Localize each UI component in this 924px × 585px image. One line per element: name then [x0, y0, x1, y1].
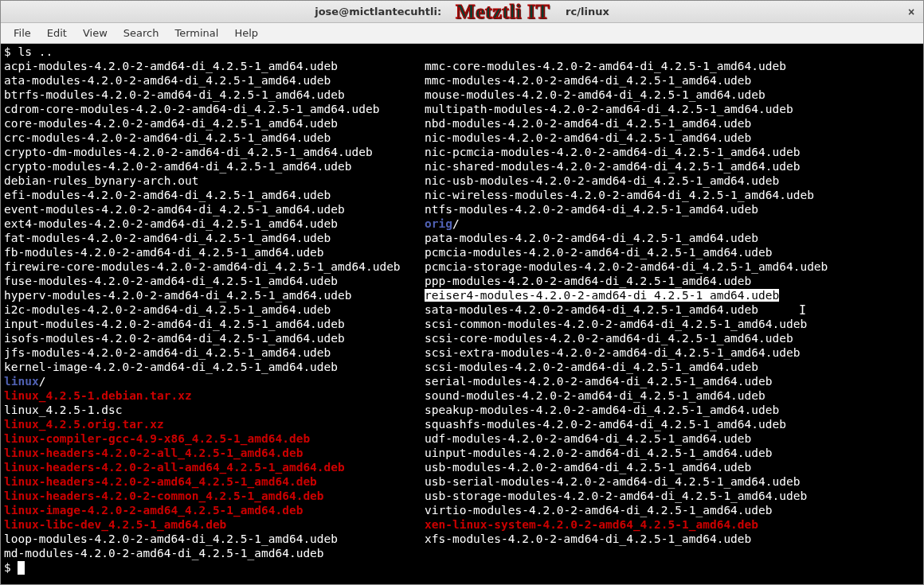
file-entry: uinput-modules-4.2.0-2-amd64-di_4.2.5-1_… [425, 446, 920, 460]
file-entry: linux/ [4, 374, 425, 388]
file-name: scsi-modules-4.2.0-2-amd64-di_4.2.5-1_am… [425, 361, 758, 373]
prompt-ps-end: $ [4, 560, 18, 575]
file-name: mouse-modules-4.2.0-2-amd64-di_4.2.5-1_a… [425, 88, 765, 101]
file-name: squashfs-modules-4.2.0-2-amd64-di_4.2.5-… [425, 418, 786, 431]
file-name: fb-modules-4.2.0-2-amd64-di_4.2.5-1_amd6… [4, 246, 324, 259]
file-entry: ppp-modules-4.2.0-2-amd64-di_4.2.5-1_amd… [425, 274, 920, 288]
file-entry: hyperv-modules-4.2.0-2-amd64-di_4.2.5-1_… [4, 288, 425, 302]
file-name: hyperv-modules-4.2.0-2-amd64-di_4.2.5-1_… [4, 289, 352, 302]
file-entry: usb-serial-modules-4.2.0-2-amd64-di_4.2.… [425, 474, 920, 489]
file-name: event-modules-4.2.0-2-amd64-di_4.2.5-1_a… [4, 203, 345, 216]
file-name: xfs-modules-4.2.0-2-amd64-di_4.2.5-1_amd… [425, 532, 751, 545]
file-entry: linux_4.2.5.orig.tar.xz [4, 417, 425, 431]
dir-slash: / [39, 375, 46, 388]
file-entry: scsi-extra-modules-4.2.0-2-amd64-di_4.2.… [425, 345, 920, 360]
file-name: linux-image-4.2.0-2-amd64_4.2.5-1_amd64.… [4, 504, 303, 517]
terminal-content[interactable]: $ ls .. acpi-modules-4.2.0-2-amd64-di_4.… [4, 45, 920, 581]
file-name: linux-headers-4.2.0-2-all-amd64_4.2.5-1_… [4, 461, 345, 474]
file-name: fuse-modules-4.2.0-2-amd64-di_4.2.5-1_am… [4, 275, 338, 287]
file-name: pata-modules-4.2.0-2-amd64-di_4.2.5-1_am… [425, 232, 758, 244]
file-name: crc-modules-4.2.0-2-amd64-di_4.2.5-1_amd… [4, 131, 331, 144]
file-entry: linux_4.2.5-1.debian.tar.xz [4, 388, 425, 403]
menu-view[interactable]: View [76, 25, 114, 41]
menu-file[interactable]: File [7, 25, 37, 41]
file-name: linux_4.2.5-1.dsc [4, 404, 122, 416]
file-name: fat-modules-4.2.0-2-amd64-di_4.2.5-1_amd… [4, 232, 331, 244]
file-entry: isofs-modules-4.2.0-2-amd64-di_4.2.5-1_a… [4, 331, 425, 345]
file-entry: mouse-modules-4.2.0-2-amd64-di_4.2.5-1_a… [425, 88, 920, 102]
menu-edit[interactable]: Edit [41, 25, 73, 41]
file-name: serial-modules-4.2.0-2-amd64-di_4.2.5-1_… [425, 375, 773, 388]
close-icon: × [908, 6, 914, 18]
title-left: jose@mictlantecuhtli: [315, 6, 441, 18]
file-name: linux_4.2.5.orig.tar.xz [4, 418, 164, 431]
file-entry: virtio-modules-4.2.0-2-amd64-di_4.2.5-1_… [425, 503, 920, 517]
file-entry: firewire-core-modules-4.2.0-2-amd64-di_4… [4, 259, 425, 274]
file-name: linux-headers-4.2.0-2-common_4.2.5-1_amd… [4, 489, 324, 502]
file-name: core-modules-4.2.0-2-amd64-di_4.2.5-1_am… [4, 117, 338, 130]
prompt-line: $ ls .. [4, 45, 920, 59]
file-entry: loop-modules-4.2.0-2-amd64-di_4.2.5-1_am… [4, 532, 425, 546]
file-entry: fb-modules-4.2.0-2-amd64-di_4.2.5-1_amd6… [4, 245, 425, 259]
close-button[interactable]: × [904, 5, 918, 19]
file-name: uinput-modules-4.2.0-2-amd64-di_4.2.5-1_… [425, 447, 773, 459]
file-entry: linux-libc-dev_4.2.5-1_amd64.deb [4, 517, 425, 532]
file-name: ntfs-modules-4.2.0-2-amd64-di_4.2.5-1_am… [425, 203, 758, 216]
file-name: ppp-modules-4.2.0-2-amd64-di_4.2.5-1_amd… [425, 275, 751, 287]
prompt-cmd: ls .. [18, 45, 53, 59]
menu-terminal[interactable]: Terminal [168, 25, 225, 41]
titlebar[interactable]: jose@mictlantecuhtli:___________________… [1, 1, 923, 23]
file-entry: debian-rules_bynary-arch.out [4, 174, 425, 188]
file-entry: cdrom-core-modules-4.2.0-2-amd64-di_4.2.… [4, 102, 425, 116]
window-title: jose@mictlantecuhtli:___________________… [1, 6, 923, 18]
file-entry: kernel-image-4.2.0-2-amd64-di_4.2.5-1_am… [4, 360, 425, 374]
file-name: nic-pcmcia-modules-4.2.0-2-amd64-di_4.2.… [425, 146, 800, 158]
file-name: btrfs-modules-4.2.0-2-amd64-di_4.2.5-1_a… [4, 88, 345, 101]
file-entry: scsi-core-modules-4.2.0-2-amd64-di_4.2.5… [425, 331, 920, 345]
file-name: firewire-core-modules-4.2.0-2-amd64-di_4… [4, 260, 401, 273]
file-entry: nic-wireless-modules-4.2.0-2-amd64-di_4.… [425, 188, 920, 202]
file-entry: md-modules-4.2.0-2-amd64-di_4.2.5-1_amd6… [4, 546, 425, 560]
prompt-line-empty: $ [4, 560, 920, 575]
file-entry: sound-modules-4.2.0-2-amd64-di_4.2.5-1_a… [425, 388, 920, 403]
file-entry: serial-modules-4.2.0-2-amd64-di_4.2.5-1_… [425, 374, 920, 388]
file-entry: udf-modules-4.2.0-2-amd64-di_4.2.5-1_amd… [425, 431, 920, 446]
file-name: ata-modules-4.2.0-2-amd64-di_4.2.5-1_amd… [4, 74, 331, 87]
terminal-viewport[interactable]: $ ls .. acpi-modules-4.2.0-2-amd64-di_4.… [1, 44, 923, 584]
file-entry: ntfs-modules-4.2.0-2-amd64-di_4.2.5-1_am… [425, 202, 920, 216]
menubar: File Edit View Search Terminal Help [1, 23, 923, 44]
ls-column-right: mmc-core-modules-4.2.0-2-amd64-di_4.2.5-… [425, 59, 920, 560]
file-name: scsi-common-modules-4.2.0-2-amd64-di_4.2… [425, 318, 807, 330]
file-entry: reiser4-modules-4.2.0-2-amd64-di_4.2.5-1… [425, 288, 920, 302]
file-name: cdrom-core-modules-4.2.0-2-amd64-di_4.2.… [4, 103, 379, 115]
file-entry: ext4-modules-4.2.0-2-amd64-di_4.2.5-1_am… [4, 216, 425, 231]
file-entry: efi-modules-4.2.0-2-amd64-di_4.2.5-1_amd… [4, 188, 425, 202]
file-entry: input-modules-4.2.0-2-amd64-di_4.2.5-1_a… [4, 317, 425, 331]
file-entry: linux-headers-4.2.0-2-all-amd64_4.2.5-1_… [4, 460, 425, 474]
file-name: virtio-modules-4.2.0-2-amd64-di_4.2.5-1_… [425, 504, 773, 517]
file-entry: linux_4.2.5-1.dsc [4, 403, 425, 417]
file-entry: xen-linux-system-4.2.0-2-amd64_4.2.5-1_a… [425, 517, 920, 532]
menu-search[interactable]: Search [117, 25, 166, 41]
file-entry: squashfs-modules-4.2.0-2-amd64-di_4.2.5-… [425, 417, 920, 431]
menu-help[interactable]: Help [228, 25, 264, 41]
file-entry: linux-headers-4.2.0-2-common_4.2.5-1_amd… [4, 489, 425, 503]
file-name: mmc-modules-4.2.0-2-amd64-di_4.2.5-1_amd… [425, 74, 751, 87]
file-name: nbd-modules-4.2.0-2-amd64-di_4.2.5-1_amd… [425, 117, 751, 130]
file-name: linux_4.2.5-1.debian.tar.xz [4, 389, 192, 402]
file-name: pcmcia-modules-4.2.0-2-amd64-di_4.2.5-1_… [425, 246, 773, 259]
file-entry: ata-modules-4.2.0-2-amd64-di_4.2.5-1_amd… [4, 73, 425, 88]
file-name: acpi-modules-4.2.0-2-amd64-di_4.2.5-1_am… [4, 60, 338, 72]
file-name: nic-shared-modules-4.2.0-2-amd64-di_4.2.… [425, 160, 800, 173]
file-entry: crypto-dm-modules-4.2.0-2-amd64-di_4.2.5… [4, 145, 425, 159]
file-entry: nic-modules-4.2.0-2-amd64-di_4.2.5-1_amd… [425, 131, 920, 145]
file-name: usb-modules-4.2.0-2-amd64-di_4.2.5-1_amd… [425, 461, 751, 474]
file-entry: xfs-modules-4.2.0-2-amd64-di_4.2.5-1_amd… [425, 532, 920, 546]
file-name: reiser4-modules-4.2.0-2-amd64-di_4.2.5-1… [425, 289, 779, 302]
file-entry: scsi-modules-4.2.0-2-amd64-di_4.2.5-1_am… [425, 360, 920, 374]
file-entry: orig/ [425, 216, 920, 231]
terminal-window: jose@mictlantecuhtli:___________________… [0, 0, 924, 585]
file-entry: nic-usb-modules-4.2.0-2-amd64-di_4.2.5-1… [425, 174, 920, 188]
file-entry: usb-storage-modules-4.2.0-2-amd64-di_4.2… [425, 489, 920, 503]
file-name: sata-modules-4.2.0-2-amd64-di_4.2.5-1_am… [425, 303, 758, 316]
